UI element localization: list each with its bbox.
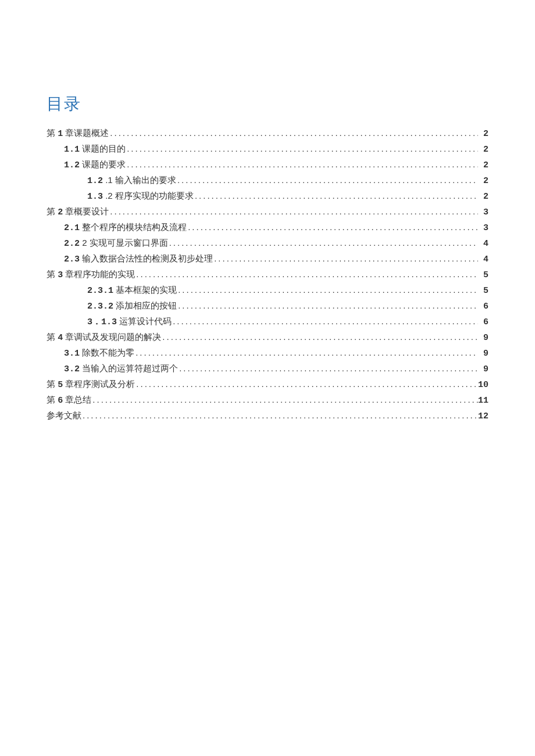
toc-entry-label: 3．1.3 运算设计代码 [87,314,172,329]
toc-entry-label: 2.3.2 添加相应的按钮 [87,298,177,314]
toc-label-text: 课题的目的 [80,144,126,153]
toc-label-text: 章概要设计 [63,206,109,216]
toc-page-number: 12 [478,409,488,424]
toc-page-number: 3 [478,205,488,220]
toc-label-number: 2.2 [64,239,80,249]
toc-leader-dots [194,188,478,203]
toc-label-number: 2 [58,207,63,217]
toc-entry-label: 第 5 章程序测试及分析 [47,377,135,392]
toc-row: 2.3.1 基本框架的实现5 [47,282,488,298]
toc-row: 第 3 章程序功能的实现5 [47,267,488,282]
toc-leader-dots [178,361,478,375]
document-page: 目录 第 1 章课题概述21.1 课题的目的 21.2 课题的要求 21.2 .… [0,0,535,424]
toc-label-prefix: 第 [47,379,58,389]
toc-leader-dots [177,282,478,297]
toc-page-number: 4 [478,237,488,251]
toc-page-number: 4 [478,252,488,267]
toc-row: 参考文献12 [47,408,488,424]
toc-leader-dots [109,204,478,218]
toc-entry-label: 2.2 2 实现可显示窗口界面 [64,235,168,251]
toc-entry-label: 2.3.1 基本框架的实现 [87,282,177,298]
toc-entry-label: 第 2 章概要设计 [47,204,109,220]
toc-page-number: 5 [478,268,488,282]
toc-leader-dots [81,408,478,422]
toc-label-prefix: 第 [47,269,58,279]
toc-label-number: 4 [58,333,63,343]
toc-leader-dots [135,377,478,391]
toc-page-number: 10 [478,378,488,392]
toc-entry-label: 1.2 .1 输入输出的要求 [87,173,176,188]
toc-label-number: 1.1 [64,145,80,155]
toc-entry-label: 第 1 章课题概述 [47,126,109,141]
toc-page-number: 2 [478,158,488,173]
toc-row: 1.3 .2 程序实现的功能要求 2 [47,188,488,204]
toc-label-text: 输入数据合法性的检测及初步处理 [80,253,213,263]
toc-leader-dots [126,157,478,171]
toc-row: 第 2 章概要设计3 [47,204,488,220]
toc-title: 目录 [47,93,488,115]
toc-page-number: 6 [478,315,488,329]
toc-page-number: 2 [478,142,488,157]
toc-page-number: 9 [478,331,488,345]
toc-label-number: 2.3.1 [87,286,113,296]
toc-entry-label: 1.3 .2 程序实现的功能要求 [87,188,194,204]
toc-label-text: 课题的要求 [80,159,126,169]
toc-label-number: 3.2 [64,364,80,374]
toc-label-text: 章程序测试及分析 [63,379,135,389]
toc-entry-label: 2.1 整个程序的模块结构及流程 [64,220,187,235]
toc-row: 1.2 课题的要求 2 [47,157,488,173]
toc-row: 3.2 当输入的运算符超过两个 9 [47,361,488,377]
toc-page-number: 9 [478,346,488,361]
toc-label-number: 3 [58,270,63,280]
toc-label-text: 当输入的运算符超过两个 [80,363,178,373]
toc-label-text: 章调试及发现问题的解决 [63,332,161,342]
toc-row: 3.1 除数不能为零9 [47,345,488,361]
toc-row: 第 5 章程序测试及分析10 [47,377,488,392]
toc-leader-dots [177,298,478,313]
toc-page-number: 9 [478,362,488,377]
toc-label-number: 6 [58,396,63,406]
toc-label-prefix: 第 [47,128,58,138]
toc-leader-dots [176,173,478,187]
toc-label-prefix: 第 [47,206,58,216]
toc-leader-dots [187,220,478,234]
toc-label-text: .1 输入输出的要求 [103,175,176,185]
toc-page-number: 2 [478,189,488,204]
toc-row: 2.3.2 添加相应的按钮6 [47,298,488,314]
toc-label-prefix: 第 [47,395,58,404]
toc-leader-dots [126,141,478,156]
toc-label-text: 章程序功能的实现 [63,269,135,279]
toc-row: 1.2 .1 输入输出的要求 2 [47,173,488,188]
toc-entry-label: 3.2 当输入的运算符超过两个 [64,361,178,377]
toc-row: 2.3 输入数据合法性的检测及初步处理 4 [47,251,488,267]
toc-row: 第 4 章调试及发现问题的解决9 [47,329,488,345]
toc-row: 2.1 整个程序的模块结构及流程 3 [47,220,488,235]
toc-entry-label: 1.1 课题的目的 [64,141,126,157]
toc-label-text: 章总结 [63,395,91,404]
toc-label-number: 1.3 [87,192,103,202]
toc-entry-label: 1.2 课题的要求 [64,157,126,173]
toc-leader-dots [172,314,478,328]
toc-label-number: 1.2 [64,160,80,170]
toc-label-number: 3.1 [64,349,80,359]
toc-entry-label: 参考文献 [47,408,81,424]
toc-label-text: 章课题概述 [63,128,109,138]
toc-leader-dots [109,126,478,140]
toc-list: 第 1 章课题概述21.1 课题的目的 21.2 课题的要求 21.2 .1 输… [47,126,488,424]
toc-leader-dots [134,345,478,360]
toc-row: 第 6 章总结11 [47,392,488,408]
toc-label-text: 2 实现可显示窗口界面 [80,238,168,248]
toc-entry-label: 3.1 除数不能为零 [64,345,134,361]
toc-entry-label: 第 4 章调试及发现问题的解决 [47,329,161,345]
toc-label-text: .2 程序实现的功能要求 [103,191,194,200]
toc-label-text: 基本框架的实现 [113,285,177,295]
toc-label-text: 整个程序的模块结构及流程 [80,222,187,232]
toc-row: 第 1 章课题概述2 [47,126,488,141]
toc-entry-label: 2.3 输入数据合法性的检测及初步处理 [64,251,213,267]
toc-row: 2.2 2 实现可显示窗口界面4 [47,235,488,251]
toc-label-prefix: 参考文献 [47,410,81,420]
toc-page-number: 2 [478,127,488,141]
toc-leader-dots [168,235,478,250]
toc-page-number: 2 [478,174,488,188]
toc-label-number: 1.2 [87,176,103,186]
